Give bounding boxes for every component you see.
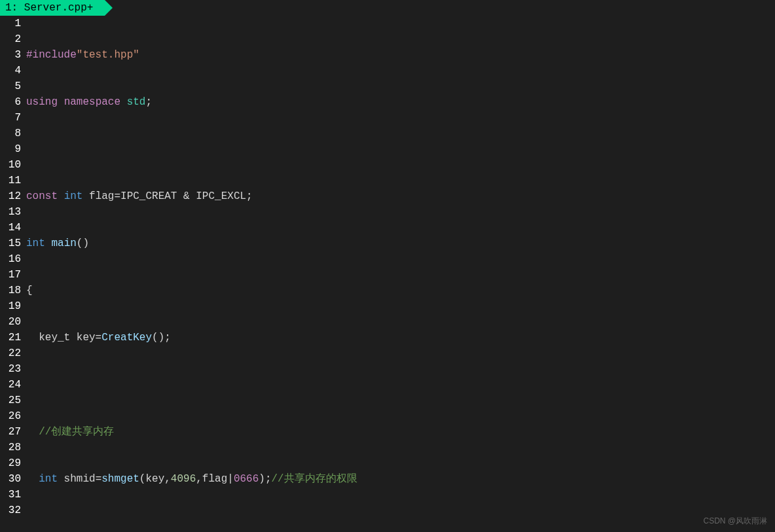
type: int [64, 190, 83, 202]
indent [26, 473, 39, 485]
line-number: 14 [0, 220, 21, 236]
line-number: 31 [0, 487, 21, 503]
keyword: using [26, 96, 58, 108]
comment: //共享内存的权限 [271, 473, 357, 485]
code-line: //创建共享内存 [26, 424, 775, 440]
line-number: 1 [0, 16, 21, 31]
line-number: 20 [0, 314, 21, 330]
code-lines[interactable]: #include"test.hpp" using namespace std; … [26, 16, 775, 532]
line-number: 6 [0, 94, 21, 110]
line-number: 28 [0, 440, 21, 455]
code-line: const int flag=IPC_CREAT & IPC_EXCL; [26, 188, 775, 204]
line-number: 22 [0, 346, 21, 361]
line-number: 32 [0, 503, 21, 518]
punct: ; [145, 96, 152, 108]
type: int [39, 473, 58, 485]
line-number: 9 [0, 141, 21, 157]
code-line: #include"test.hpp" [26, 47, 775, 63]
line-number: 3 [0, 47, 21, 63]
code-line: int main() [26, 236, 775, 251]
watermark: CSDN @风吹雨淋 [703, 516, 767, 527]
code-line [26, 518, 775, 532]
code-line: key_t key=CreatKey(); [26, 330, 775, 346]
line-number: 19 [0, 298, 21, 314]
brace: { [26, 285, 33, 296]
line-number: 10 [0, 157, 21, 173]
number: 4096 [171, 473, 196, 485]
code-line [26, 377, 775, 393]
parens: () [77, 238, 89, 249]
line-number: 4 [0, 63, 21, 79]
code-text: flag=IPC_CREAT & IPC_EXCL; [82, 190, 252, 202]
include-path: "test.hpp" [77, 49, 139, 61]
line-number: 17 [0, 267, 21, 283]
code-line: using namespace std; [26, 94, 775, 110]
line-number: 25 [0, 393, 21, 408]
code-line: int shmid=shmget(key,4096,flag|0666);//共… [26, 471, 775, 487]
line-number: 7 [0, 110, 21, 126]
func-call: CreatKey [101, 332, 152, 344]
line-number: 11 [0, 173, 21, 188]
line-number-gutter: 1234567891011121314151617181920212223242… [0, 16, 26, 532]
line-number: 13 [0, 204, 21, 220]
number: 0666 [234, 473, 259, 485]
func-call: shmget [101, 473, 139, 485]
line-number: 23 [0, 361, 21, 377]
type: int [26, 238, 45, 249]
func-name: main [51, 238, 76, 249]
parens: (); [152, 332, 171, 344]
line-number: 29 [0, 455, 21, 471]
line-number: 21 [0, 330, 21, 346]
line-number: 5 [0, 79, 21, 94]
include-directive: #include [26, 49, 77, 61]
line-number: 26 [0, 408, 21, 424]
line-number: 16 [0, 251, 21, 267]
line-number: 8 [0, 126, 21, 141]
code-text: key_t key= [26, 332, 101, 344]
code-editor: 1: Server.cpp+ 1234567891011121314151617… [0, 0, 775, 532]
code-text: shmid= [58, 473, 101, 485]
line-number: 30 [0, 471, 21, 487]
line-number: 27 [0, 424, 21, 440]
tab-bar: 1: Server.cpp+ [0, 0, 775, 16]
comment: //创建共享内存 [26, 426, 114, 438]
line-number: 18 [0, 283, 21, 298]
line-number: 12 [0, 188, 21, 204]
line-number: 2 [0, 31, 21, 47]
code-line [26, 141, 775, 157]
code-text: ,flag| [196, 473, 234, 485]
file-tab[interactable]: 1: Server.cpp+ [0, 0, 105, 16]
keyword: namespace [64, 96, 120, 108]
code-text: (key, [139, 473, 171, 485]
line-number: 24 [0, 377, 21, 393]
code-area[interactable]: 1234567891011121314151617181920212223242… [0, 16, 775, 532]
code-text: ); [259, 473, 271, 485]
namespace-name: std [127, 96, 146, 108]
code-line: { [26, 283, 775, 298]
keyword: const [26, 190, 58, 202]
line-number: 15 [0, 236, 21, 251]
